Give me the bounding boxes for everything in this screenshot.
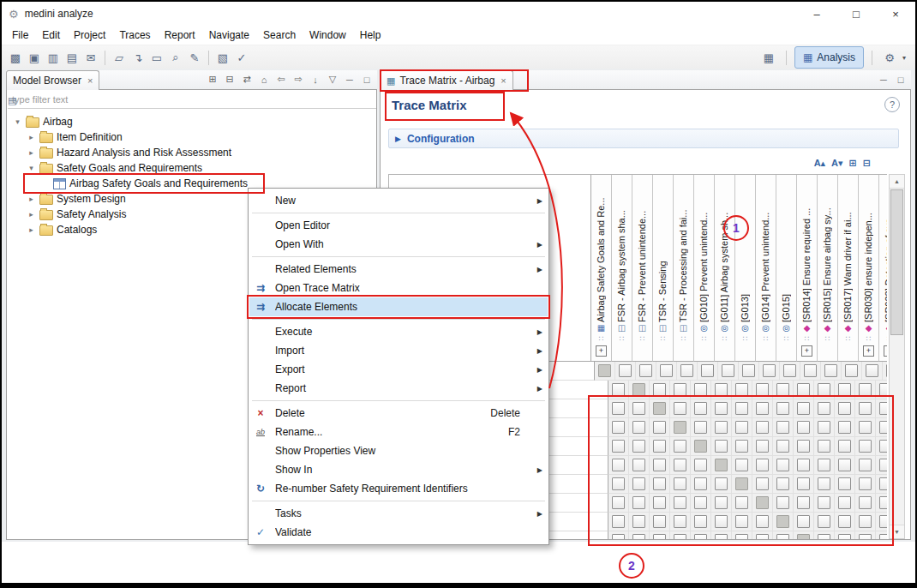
matrix-cell[interactable] (629, 381, 650, 399)
matrix-cell[interactable] (732, 399, 752, 418)
column-header-g015[interactable]: [G015]◎∷ (776, 175, 797, 362)
trace-checkbox[interactable] (612, 459, 625, 471)
trace-checkbox[interactable] (879, 421, 887, 434)
context-menu-item-open-with[interactable]: Open With▶ (249, 235, 548, 254)
trace-checkbox[interactable] (879, 534, 887, 540)
trace-checkbox[interactable] (838, 496, 851, 509)
view-menu-icon[interactable]: ▽ (325, 72, 340, 87)
matrix-cell[interactable] (876, 513, 887, 531)
trace-checkbox[interactable] (879, 402, 887, 415)
trace-checkbox[interactable] (632, 421, 645, 434)
trace-checkbox[interactable] (818, 459, 830, 471)
trace-checkbox[interactable] (818, 496, 830, 509)
matrix-cell[interactable] (814, 494, 835, 513)
column-header-g010-prevent-unintend[interactable]: [G010] Prevent unintend...◎∷ (694, 175, 715, 362)
trace-checkbox[interactable] (653, 534, 666, 540)
matrix-cell[interactable] (691, 531, 711, 540)
matrix-cell[interactable] (711, 475, 732, 494)
trace-checkbox[interactable] (859, 421, 872, 434)
trace-checkbox[interactable] (797, 496, 810, 509)
trace-checkbox[interactable] (742, 364, 755, 377)
context-menu-item-show-properties-view[interactable]: Show Properties View (249, 441, 548, 460)
trace-checkbox[interactable] (694, 421, 707, 434)
trace-checkbox[interactable] (694, 402, 707, 415)
column-expander-icon[interactable]: + (596, 345, 607, 357)
matrix-cell[interactable] (752, 399, 773, 418)
trace-checkbox[interactable] (674, 534, 686, 540)
trace-checkbox[interactable] (797, 477, 810, 490)
context-menu-item-validate[interactable]: ✓Validate (249, 523, 548, 542)
matrix-cell[interactable] (814, 381, 835, 399)
column-header-sr015-ensure-airbag-sy[interactable]: [SR015] Ensure airbag sy...◆∷ (818, 175, 838, 362)
trace-checkbox[interactable] (619, 364, 632, 377)
trace-checkbox[interactable] (859, 477, 872, 490)
trace-checkbox[interactable] (818, 477, 830, 490)
comment-icon[interactable]: ✉ (81, 48, 100, 67)
matrix-cell[interactable] (773, 456, 794, 475)
matrix-cell[interactable] (608, 475, 629, 494)
trace-checkbox[interactable] (763, 364, 776, 377)
matrix-cell[interactable] (608, 381, 629, 399)
matrix-cell[interactable] (794, 437, 814, 456)
trace-checkbox[interactable] (783, 364, 796, 377)
matrix-cell[interactable] (732, 381, 752, 399)
trace-checkbox[interactable] (674, 402, 686, 415)
home-icon[interactable]: ⌂ (256, 72, 272, 87)
trace-checkbox[interactable] (653, 440, 666, 453)
matrix-cell[interactable] (794, 456, 814, 475)
trace-checkbox[interactable] (612, 496, 625, 509)
column-header-tsr-processing-and-fai[interactable]: TSR - Processing and fai...◫∷ (674, 175, 694, 362)
report-icon[interactable]: ▧ (213, 48, 232, 67)
trace-checkbox[interactable] (694, 534, 707, 540)
matrix-cell[interactable] (794, 494, 814, 513)
matrix-cell[interactable] (835, 437, 855, 456)
close-tab-icon[interactable]: × (500, 75, 506, 86)
trace-checkbox[interactable] (879, 477, 887, 490)
trace-checkbox[interactable] (776, 496, 789, 509)
tree-collapsed-arrow-icon[interactable]: ▸ (27, 133, 36, 141)
trace-checkbox[interactable] (674, 515, 686, 528)
trace-checkbox[interactable] (797, 421, 810, 434)
trace-checkbox[interactable] (804, 364, 817, 377)
matrix-cell[interactable] (595, 362, 615, 381)
matrix-cell[interactable] (629, 513, 650, 531)
tree-expanded-arrow-icon[interactable]: ▾ (27, 164, 36, 172)
maximize-view-icon[interactable]: □ (893, 72, 908, 87)
font-increase-icon[interactable]: A▴ (814, 158, 825, 169)
scroll-up-icon[interactable]: ▲ (890, 175, 904, 189)
matrix-cell[interactable] (670, 418, 691, 437)
trace-checkbox[interactable] (674, 383, 686, 396)
matrix-cell[interactable] (835, 475, 855, 494)
column-header-sr033-detection-of-sys[interactable]: [SR033] Detection of sys...◆∷+ (879, 175, 887, 362)
dropdown-arrow-icon[interactable]: ▾ (902, 54, 906, 62)
trace-checkbox[interactable] (715, 534, 728, 540)
menubar-item-search[interactable]: Search (256, 29, 303, 41)
matrix-cell[interactable] (629, 418, 650, 437)
matrix-cell[interactable] (650, 513, 670, 531)
matrix-cell[interactable] (691, 475, 711, 494)
trace-checkbox[interactable] (612, 440, 625, 453)
matrix-cell[interactable] (773, 437, 794, 456)
open-model-icon[interactable]: ▱ (110, 48, 129, 67)
matrix-cell[interactable] (773, 531, 794, 540)
matrix-cell[interactable] (835, 381, 855, 399)
matrix-cell[interactable] (814, 513, 835, 531)
trace-checkbox[interactable] (735, 459, 748, 471)
trace-checkbox[interactable] (797, 383, 810, 396)
matrix-cell[interactable] (650, 381, 670, 399)
matrix-cell[interactable] (814, 456, 835, 475)
font-decrease-icon[interactable]: A▾ (831, 158, 842, 169)
trace-checkbox[interactable] (838, 534, 851, 540)
matrix-cell[interactable] (711, 513, 732, 531)
matrix-cell[interactable] (670, 456, 691, 475)
matrix-cell[interactable] (608, 494, 629, 513)
matrix-cell[interactable] (855, 531, 876, 540)
context-menu-item-show-in[interactable]: Show In▶ (249, 460, 548, 479)
matrix-cell[interactable] (739, 362, 759, 381)
tree-collapsed-arrow-icon[interactable]: ▸ (27, 195, 36, 203)
matrix-cell[interactable] (698, 362, 718, 381)
trace-checkbox[interactable] (879, 383, 887, 396)
collapse-all-columns-icon[interactable]: ⊟ (863, 158, 871, 169)
matrix-cell[interactable] (773, 399, 794, 418)
trace-checkbox[interactable] (612, 383, 625, 396)
